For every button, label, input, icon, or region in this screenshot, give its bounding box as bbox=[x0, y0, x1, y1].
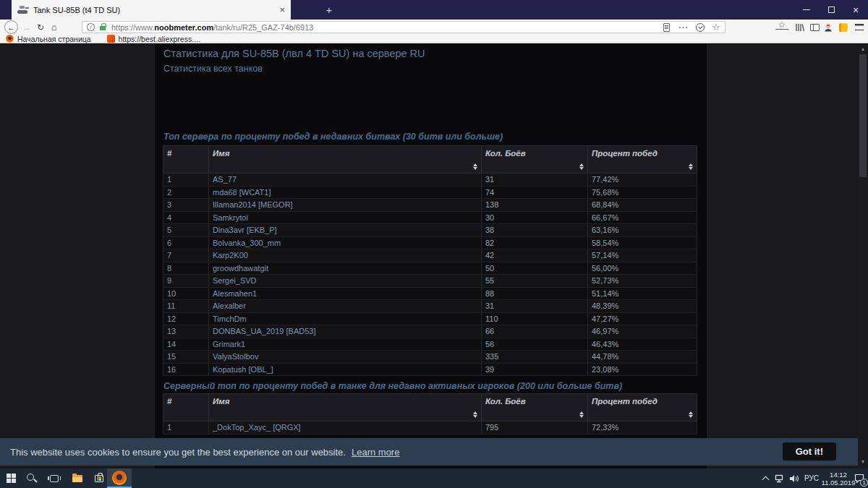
col-header-battles[interactable]: Кол. Боёв bbox=[482, 146, 588, 174]
col-header-battles[interactable]: Кол. Боёв bbox=[482, 394, 588, 421]
page-title-link[interactable]: Статистика для SU-85B (лвл 4 TD SU) на с… bbox=[163, 48, 425, 59]
sort-icon[interactable] bbox=[473, 163, 478, 170]
url-bar[interactable]: i https://www.noobmeter.com/tank/ru/R25_… bbox=[82, 21, 726, 33]
winrate-cell: 46,97% bbox=[588, 325, 697, 338]
player-name-link[interactable]: Kopatush [OBL_] bbox=[209, 363, 482, 376]
tray-expand-button[interactable] bbox=[758, 468, 773, 488]
new-tab-button[interactable]: + bbox=[321, 2, 337, 18]
col-header-name[interactable]: Имя bbox=[209, 146, 482, 174]
library-button[interactable] bbox=[793, 20, 806, 35]
back-button[interactable]: ← bbox=[4, 20, 19, 35]
winrate-cell: 47,27% bbox=[588, 312, 697, 325]
player-name-link[interactable]: ValyaStolbov bbox=[209, 351, 482, 364]
sidebar-icon bbox=[810, 24, 820, 31]
speaker-icon bbox=[789, 474, 799, 483]
table-row: 15ValyaStolbov33544,78% bbox=[163, 351, 697, 364]
player-name-link[interactable]: Samkrytoi bbox=[209, 211, 482, 224]
account-avatar-button[interactable] bbox=[822, 20, 835, 35]
start-button[interactable] bbox=[0, 468, 22, 488]
learn-more-link[interactable]: Learn more bbox=[352, 447, 399, 458]
cookie-message: This website uses cookies to ensure you … bbox=[10, 447, 346, 458]
player-name-link[interactable]: Illaman2014 [MEGOR] bbox=[209, 199, 482, 212]
site-info-icon[interactable]: i bbox=[87, 23, 95, 31]
sort-icon[interactable] bbox=[689, 163, 694, 170]
scrollbar-thumb[interactable] bbox=[859, 54, 867, 177]
action-center-button[interactable]: 1 bbox=[851, 468, 868, 488]
player-name-link[interactable]: Sergei_SVD bbox=[209, 275, 482, 288]
maximize-button[interactable] bbox=[819, 0, 843, 20]
reload-icon: ↻ bbox=[37, 22, 44, 33]
battles-cell: 39 bbox=[482, 363, 588, 376]
col-header-winrate[interactable]: Процент побед bbox=[588, 394, 697, 421]
bookmark-star-icon[interactable]: ☆ bbox=[712, 22, 720, 32]
player-name-link[interactable]: Alexalber bbox=[209, 300, 482, 313]
file-explorer-button[interactable] bbox=[67, 468, 88, 488]
got-it-button[interactable]: Got it! bbox=[783, 442, 836, 461]
url-path: /tank/ru/R25_GAZ-74b/6913 bbox=[213, 23, 313, 32]
player-name-link[interactable]: mda68 [WCAT1] bbox=[209, 186, 482, 199]
bookmark-aliexpress[interactable]: https://best.aliexpress.... bbox=[107, 35, 200, 43]
all-tanks-link[interactable]: Статистика всех танков bbox=[163, 64, 263, 74]
col-header-winrate[interactable]: Процент побед bbox=[588, 146, 697, 174]
winrate-cell: 57,14% bbox=[588, 249, 697, 262]
player-name-link[interactable]: Grimark1 bbox=[209, 338, 482, 351]
network-button[interactable] bbox=[773, 468, 787, 488]
battles-cell: 795 bbox=[482, 421, 588, 435]
reload-button[interactable]: ↻ bbox=[34, 20, 47, 35]
minimize-button[interactable] bbox=[794, 0, 819, 20]
player-name-link[interactable]: AS_77 bbox=[209, 174, 482, 187]
tab-title: Tank SU-85B (t4 TD SU) bbox=[33, 6, 275, 14]
sort-icon[interactable] bbox=[473, 411, 478, 418]
firefox-taskbar-button[interactable] bbox=[107, 468, 132, 488]
sidebar-button[interactable] bbox=[808, 20, 821, 35]
player-name-link[interactable]: Dina3avr [EKB_P] bbox=[209, 224, 482, 237]
battles-cell: 55 bbox=[482, 275, 588, 288]
rank-cell: 5 bbox=[163, 224, 209, 237]
aliexpress-favicon-icon bbox=[107, 35, 115, 43]
page-scrollbar[interactable]: ▴ ▾ bbox=[858, 44, 868, 468]
tab-close-icon[interactable]: × bbox=[279, 4, 285, 15]
task-view-button[interactable] bbox=[43, 468, 65, 488]
rank-cell: 1 bbox=[163, 174, 209, 187]
url-scheme: https://www. bbox=[111, 23, 154, 32]
player-name-link[interactable]: Alesmahen1 bbox=[209, 287, 482, 300]
close-button[interactable]: × bbox=[843, 0, 868, 20]
pocket-icon[interactable] bbox=[696, 23, 705, 32]
folder-icon bbox=[72, 475, 82, 482]
forward-button[interactable]: → bbox=[20, 20, 33, 35]
scroll-up-icon[interactable]: ▴ bbox=[858, 44, 868, 53]
table-row: 7Karp2K004257,14% bbox=[163, 249, 697, 262]
highlights-icon[interactable]: ☆ bbox=[775, 20, 788, 30]
col-header-name[interactable]: Имя bbox=[209, 394, 482, 421]
player-name-link[interactable]: TimchDm bbox=[209, 312, 482, 325]
bookmark-home[interactable]: Начальная страница bbox=[6, 35, 91, 43]
page-actions-icon[interactable]: ··· bbox=[678, 23, 689, 32]
clock-time: 14:12 bbox=[830, 471, 847, 479]
player-name-link[interactable]: Karp2K00 bbox=[209, 249, 482, 262]
battles-cell: 335 bbox=[482, 351, 588, 364]
sort-icon[interactable] bbox=[579, 411, 584, 418]
table-row: 1AS_773177,42% bbox=[163, 174, 697, 187]
language-indicator[interactable]: РУС bbox=[801, 468, 822, 488]
volume-button[interactable] bbox=[787, 468, 801, 488]
home-button[interactable]: ⌂ bbox=[48, 20, 61, 35]
window-controls: × bbox=[794, 0, 868, 20]
player-name-link[interactable]: DONBAS_UA_2019 [BAD53] bbox=[209, 325, 482, 338]
page-viewport: Статистика для SU-85B (лвл 4 TD SU) на с… bbox=[0, 44, 868, 468]
sort-icon[interactable] bbox=[579, 163, 584, 170]
taskbar-search-button[interactable] bbox=[20, 468, 42, 488]
browser-tab-bar: Tank SU-85B (t4 TD SU) × + × bbox=[0, 0, 868, 20]
sort-icon[interactable] bbox=[689, 411, 694, 418]
reader-mode-icon[interactable] bbox=[663, 23, 670, 32]
table-row: 8groowdhawatgit5056,00% bbox=[163, 262, 697, 275]
menu-button[interactable] bbox=[853, 20, 866, 35]
player-name-link[interactable]: _DokTop_Xayc_ [QRGX] bbox=[209, 421, 482, 435]
player-name-link[interactable]: Bolvanka_300_mm bbox=[209, 236, 482, 249]
player-name-link[interactable]: groowdhawatgit bbox=[209, 262, 482, 275]
hamburger-menu-icon bbox=[855, 24, 864, 30]
extension-button[interactable] bbox=[837, 20, 850, 35]
section-title-recent-top: Топ сервера по проценту побед в недавних… bbox=[163, 132, 503, 142]
scroll-down-icon[interactable]: ▾ bbox=[858, 457, 868, 466]
battles-cell: 56 bbox=[482, 338, 588, 351]
active-tab[interactable]: Tank SU-85B (t4 TD SU) × bbox=[12, 0, 291, 20]
